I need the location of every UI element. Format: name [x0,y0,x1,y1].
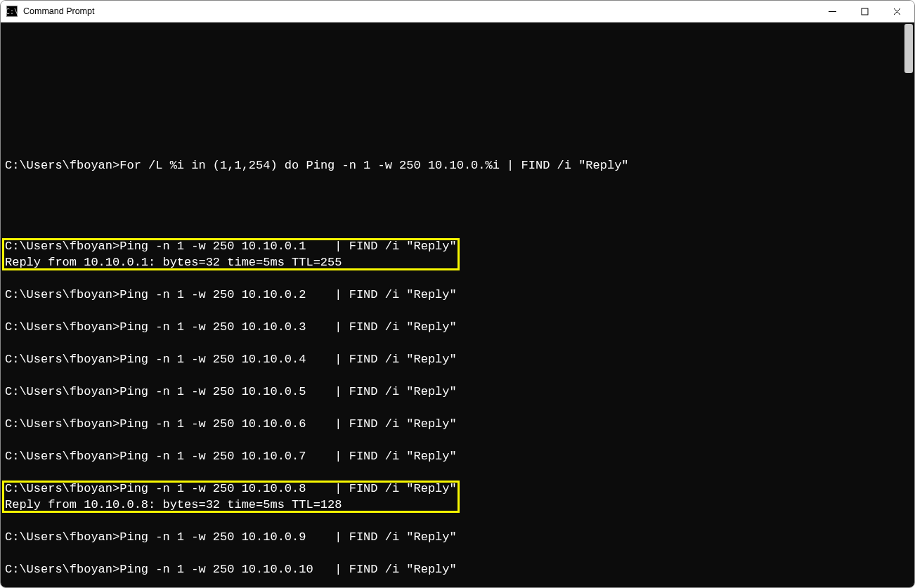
blank-line [5,367,914,384]
blank-line [5,222,914,238]
ping-command-text: Ping -n 1 -w 250 10.10.0.5 | FIND /i "Re… [119,385,456,398]
ping-block: C:\Users\fboyan>Ping -n 1 -w 250 10.10.0… [5,416,914,432]
ping-command-text: Ping -n 1 -w 250 10.10.0.1 | FIND /i "Re… [119,240,456,253]
prompt: C:\Users\fboyan> [5,482,119,495]
prompt: C:\Users\fboyan> [5,353,119,366]
ping-block: C:\Users\fboyan>Ping -n 1 -w 250 10.10.0… [5,384,914,400]
ping-command-line: C:\Users\fboyan>Ping -n 1 -w 250 10.10.0… [5,319,914,335]
ping-command-line: C:\Users\fboyan>Ping -n 1 -w 250 10.10.0… [5,238,457,254]
prompt: C:\Users\fboyan> [5,288,119,301]
vertical-scrollbar[interactable] [904,24,913,73]
ping-command-text: Ping -n 1 -w 250 10.10.0.4 | FIND /i "Re… [119,353,456,366]
ping-block: C:\Users\fboyan>Ping -n 1 -w 250 10.10.0… [5,238,457,270]
maximize-icon [861,8,869,15]
ping-block: C:\Users\fboyan>Ping -n 1 -w 250 10.10.0… [5,448,914,464]
ping-block: C:\Users\fboyan>Ping -n 1 -w 250 10.10.0… [5,287,914,303]
ping-reply-line: Reply from 10.10.0.1: bytes=32 time=5ms … [5,254,457,270]
prompt: C:\Users\fboyan> [5,385,119,398]
prompt: C:\Users\fboyan> [5,563,119,576]
blank-line [5,577,914,587]
blank-line [5,93,914,109]
ping-block: C:\Users\fboyan>Ping -n 1 -w 250 10.10.0… [5,351,914,367]
ping-block: C:\Users\fboyan>Ping -n 1 -w 250 10.10.0… [5,561,914,577]
blank-line [5,464,914,481]
prompt: C:\Users\fboyan> [5,320,119,334]
blank-line [5,513,914,529]
ping-command-text: Ping -n 1 -w 250 10.10.0.9 | FIND /i "Re… [119,530,456,544]
initial-command-line: C:\Users\fboyan>For /L %i in (1,1,254) d… [5,157,914,174]
ping-command-line: C:\Users\fboyan>Ping -n 1 -w 250 10.10.0… [5,448,914,464]
terminal-area[interactable]: C:\Users\fboyan>For /L %i in (1,1,254) d… [1,22,914,587]
ping-command-text: Ping -n 1 -w 250 10.10.0.2 | FIND /i "Re… [119,288,456,301]
prompt: C:\Users\fboyan> [5,450,119,463]
ping-command-line: C:\Users\fboyan>Ping -n 1 -w 250 10.10.0… [5,351,914,367]
ping-reply-line: Reply from 10.10.0.8: bytes=32 time=5ms … [5,497,457,513]
maximize-button[interactable] [848,1,881,22]
blank-line [5,335,914,351]
titlebar[interactable]: C:\ Command Prompt [1,1,914,22]
ping-command-line: C:\Users\fboyan>Ping -n 1 -w 250 10.10.0… [5,481,457,497]
blank-line [5,303,914,319]
window-title: Command Prompt [23,6,94,16]
close-icon [893,8,901,15]
ping-block: C:\Users\fboyan>Ping -n 1 -w 250 10.10.0… [5,529,914,545]
minimize-button[interactable] [816,1,848,22]
blank-line [5,400,914,416]
ping-command-text: Ping -n 1 -w 250 10.10.0.7 | FIND /i "Re… [119,450,456,463]
window-frame: C:\ Command Prompt C:\Users\fboyan>For /… [0,0,915,588]
ping-block: C:\Users\fboyan>Ping -n 1 -w 250 10.10.0… [5,481,457,513]
initial-command-text: For /L %i in (1,1,254) do Ping -n 1 -w 2… [119,159,628,172]
ping-command-text: Ping -n 1 -w 250 10.10.0.3 | FIND /i "Re… [119,320,456,334]
cmd-icon: C:\ [6,6,18,17]
prompt: C:\Users\fboyan> [5,530,119,544]
ping-command-text: Ping -n 1 -w 250 10.10.0.8 | FIND /i "Re… [119,482,456,495]
ping-command-line: C:\Users\fboyan>Ping -n 1 -w 250 10.10.0… [5,561,914,577]
ping-command-line: C:\Users\fboyan>Ping -n 1 -w 250 10.10.0… [5,287,914,303]
ping-command-line: C:\Users\fboyan>Ping -n 1 -w 250 10.10.0… [5,384,914,400]
prompt: C:\Users\fboyan> [5,240,119,253]
blank-line [5,432,914,448]
ping-command-line: C:\Users\fboyan>Ping -n 1 -w 250 10.10.0… [5,416,914,432]
terminal-output-entries: C:\Users\fboyan>Ping -n 1 -w 250 10.10.0… [5,222,914,587]
ping-command-line: C:\Users\fboyan>Ping -n 1 -w 250 10.10.0… [5,529,914,545]
prompt: C:\Users\fboyan> [5,159,119,172]
svg-rect-0 [862,8,868,15]
ping-command-text: Ping -n 1 -w 250 10.10.0.10 | FIND /i "R… [119,563,456,576]
minimize-icon [829,8,836,15]
blank-line [5,545,914,561]
blank-line [5,270,914,287]
ping-block: C:\Users\fboyan>Ping -n 1 -w 250 10.10.0… [5,319,914,335]
ping-command-text: Ping -n 1 -w 250 10.10.0.6 | FIND /i "Re… [119,417,456,431]
prompt: C:\Users\fboyan> [5,417,119,431]
close-button[interactable] [881,1,913,22]
